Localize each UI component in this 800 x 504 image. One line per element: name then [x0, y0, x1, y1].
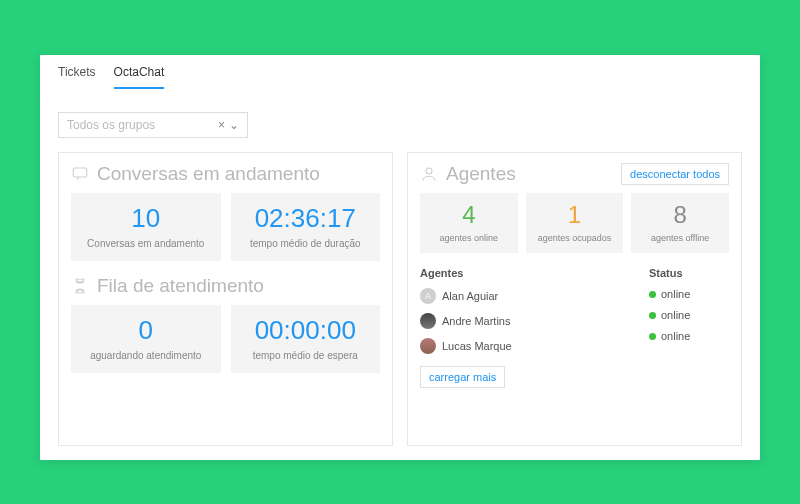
agents-col-header: Agentes [420, 267, 629, 279]
status-col-header: Status [649, 267, 729, 279]
conversations-count-value: 10 [77, 203, 215, 234]
agent-name: Andre Martins [442, 315, 510, 327]
tab-tickets[interactable]: Tickets [58, 65, 96, 89]
agent-icon [420, 165, 438, 183]
agents-online-value: 4 [424, 201, 514, 229]
wait-time-value: 00:00:00 [237, 315, 375, 346]
stat-wait-time: 00:00:00 tempo médio de espera [231, 305, 381, 373]
queue-title-text: Fila de atendimento [97, 275, 264, 297]
agents-online-label: agentes online [424, 233, 514, 243]
agents-title-text: Agentes [446, 163, 516, 185]
clear-icon[interactable]: × [218, 118, 225, 132]
tab-octachat[interactable]: OctaChat [114, 65, 165, 89]
conversations-title-text: Conversas em andamento [97, 163, 320, 185]
status-badge: online [649, 330, 729, 342]
agents-busy-value: 1 [530, 201, 620, 229]
stat-conversations-count: 10 Conversas em andamento [71, 193, 221, 261]
conversations-count-label: Conversas em andamento [77, 238, 215, 249]
avatar [420, 338, 436, 354]
left-panel: Conversas em andamento 10 Conversas em a… [58, 152, 393, 446]
chevron-down-icon[interactable]: ⌄ [229, 118, 239, 132]
stat-agents-busy: 1 agentes ocupados [526, 193, 624, 253]
stat-agents-offline: 8 agentes offline [631, 193, 729, 253]
stat-avg-duration: 02:36:17 tempo médio de duração [231, 193, 381, 261]
status-text: online [661, 288, 690, 300]
stat-waiting: 0 aguardando atendimento [71, 305, 221, 373]
avg-duration-value: 02:36:17 [237, 203, 375, 234]
status-text: online [661, 309, 690, 321]
group-select[interactable]: Todos os grupos × ⌄ [58, 112, 248, 138]
status-dot-icon [649, 333, 656, 340]
status-badge: online [649, 309, 729, 321]
agent-name: Alan Aguiar [442, 290, 498, 302]
conversations-cards: 10 Conversas em andamento 02:36:17 tempo… [71, 193, 380, 261]
status-dot-icon [649, 291, 656, 298]
group-select-placeholder: Todos os grupos [67, 118, 218, 132]
avatar [420, 313, 436, 329]
status-badge: online [649, 288, 729, 300]
list-item[interactable]: Lucas Marque [420, 338, 629, 354]
agents-busy-label: agentes ocupados [530, 233, 620, 243]
hourglass-icon [71, 277, 89, 295]
agents-offline-value: 8 [635, 201, 725, 229]
main-content: Conversas em andamento 10 Conversas em a… [58, 152, 742, 446]
status-text: online [661, 330, 690, 342]
agents-table: Agentes A Alan Aguiar Andre Martins Luca… [420, 267, 729, 354]
chat-icon [71, 165, 89, 183]
list-item[interactable]: A Alan Aguiar [420, 288, 629, 304]
avg-duration-label: tempo médio de duração [237, 238, 375, 249]
agents-stats: 4 agentes online 1 agentes ocupados 8 ag… [420, 193, 729, 253]
agent-name: Lucas Marque [442, 340, 512, 352]
app-window: Tickets OctaChat Todos os grupos × ⌄ Con… [40, 55, 760, 460]
conversations-title: Conversas em andamento [71, 163, 380, 185]
status-dot-icon [649, 312, 656, 319]
avatar: A [420, 288, 436, 304]
svg-rect-0 [73, 168, 87, 177]
queue-title: Fila de atendimento [71, 275, 380, 297]
agents-title: Agentes [420, 163, 516, 185]
load-more-button[interactable]: carregar mais [420, 366, 505, 388]
stat-agents-online: 4 agentes online [420, 193, 518, 253]
queue-cards: 0 aguardando atendimento 00:00:00 tempo … [71, 305, 380, 373]
waiting-value: 0 [77, 315, 215, 346]
list-item[interactable]: Andre Martins [420, 313, 629, 329]
right-panel: Agentes desconectar todos 4 agentes onli… [407, 152, 742, 446]
agents-offline-label: agentes offline [635, 233, 725, 243]
tabs: Tickets OctaChat [58, 65, 742, 90]
waiting-label: aguardando atendimento [77, 350, 215, 361]
wait-time-label: tempo médio de espera [237, 350, 375, 361]
filter-row: Todos os grupos × ⌄ [58, 112, 742, 138]
svg-point-1 [426, 168, 432, 174]
disconnect-all-button[interactable]: desconectar todos [621, 163, 729, 185]
